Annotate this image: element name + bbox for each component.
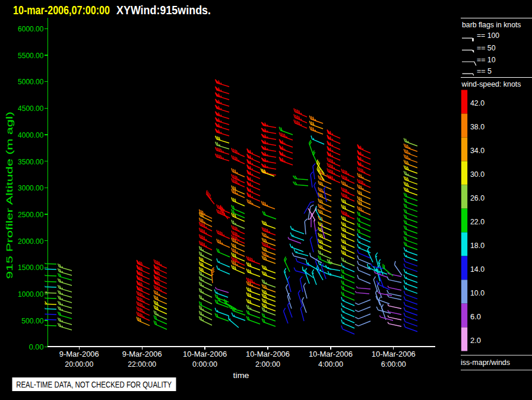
svg-text:XYWind:915winds.: XYWind:915winds. — [116, 3, 211, 17]
svg-text:6:00:00: 6:00:00 — [381, 360, 406, 369]
svg-text:5500.00: 5500.00 — [18, 51, 44, 60]
svg-text:42.0: 42.0 — [470, 99, 484, 107]
svg-text:4:00:00: 4:00:00 — [318, 360, 343, 369]
svg-text:2:00:00: 2:00:00 — [255, 360, 280, 369]
svg-text:10-Mar-2006: 10-Mar-2006 — [372, 350, 416, 358]
svg-text:0:00:00: 0:00:00 — [192, 360, 217, 369]
svg-text:1000.00: 1000.00 — [18, 290, 44, 299]
svg-text:38.0: 38.0 — [470, 122, 484, 131]
svg-text:26.0: 26.0 — [470, 193, 484, 202]
svg-text:4000.00: 4000.00 — [18, 131, 44, 139]
svg-text:30.0: 30.0 — [470, 170, 484, 179]
svg-text:6000.00: 6000.00 — [18, 24, 44, 33]
svg-text:9-Mar-2006: 9-Mar-2006 — [59, 350, 99, 358]
svg-text:14.0: 14.0 — [470, 265, 484, 274]
svg-text:22:00:00: 22:00:00 — [128, 360, 156, 369]
svg-text:wind-speed: knots: wind-speed: knots — [461, 80, 521, 88]
svg-text:915 Profiler Altitude (m agl): 915 Profiler Altitude (m agl) — [5, 112, 14, 279]
svg-text:6.0: 6.0 — [470, 312, 481, 321]
svg-text:== 50: == 50 — [477, 43, 496, 52]
svg-text:10-Mar-2006: 10-Mar-2006 — [183, 350, 227, 358]
svg-text:10.0: 10.0 — [470, 288, 484, 297]
svg-text:iss-mapr/winds: iss-mapr/winds — [461, 358, 510, 367]
svg-text:2500.00: 2500.00 — [18, 210, 44, 219]
svg-text:500.00: 500.00 — [21, 316, 43, 325]
svg-text:22.0: 22.0 — [470, 217, 484, 226]
svg-text:20:00:00: 20:00:00 — [65, 360, 93, 369]
svg-text:time: time — [233, 371, 249, 380]
svg-text:18.0: 18.0 — [470, 241, 484, 250]
svg-text:10-Mar-2006: 10-Mar-2006 — [309, 350, 353, 358]
svg-text:0.00: 0.00 — [29, 342, 44, 351]
svg-text:34.0: 34.0 — [470, 146, 484, 155]
svg-text:== 5: == 5 — [477, 66, 492, 75]
svg-text:3000.00: 3000.00 — [18, 183, 44, 192]
svg-text:2.0: 2.0 — [470, 336, 481, 345]
svg-text:3500.00: 3500.00 — [18, 157, 44, 166]
svg-text:== 10: == 10 — [477, 55, 496, 64]
svg-text:9-Mar-2006: 9-Mar-2006 — [122, 350, 162, 358]
svg-text:5000.00: 5000.00 — [18, 77, 44, 86]
svg-text:10-mar-2006,07:00:00: 10-mar-2006,07:00:00 — [13, 3, 110, 17]
svg-text:== 100: == 100 — [477, 31, 499, 40]
svg-text:2000.00: 2000.00 — [18, 237, 44, 246]
svg-text:10-Mar-2006: 10-Mar-2006 — [246, 350, 290, 358]
svg-text:barb flags in knots: barb flags in knots — [462, 21, 521, 29]
svg-text:4500.00: 4500.00 — [18, 104, 44, 113]
svg-text:REAL-TIME DATA, NOT CHECKED FO: REAL-TIME DATA, NOT CHECKED FOR QUALITY — [16, 380, 172, 389]
svg-text:1500.00: 1500.00 — [18, 263, 44, 272]
